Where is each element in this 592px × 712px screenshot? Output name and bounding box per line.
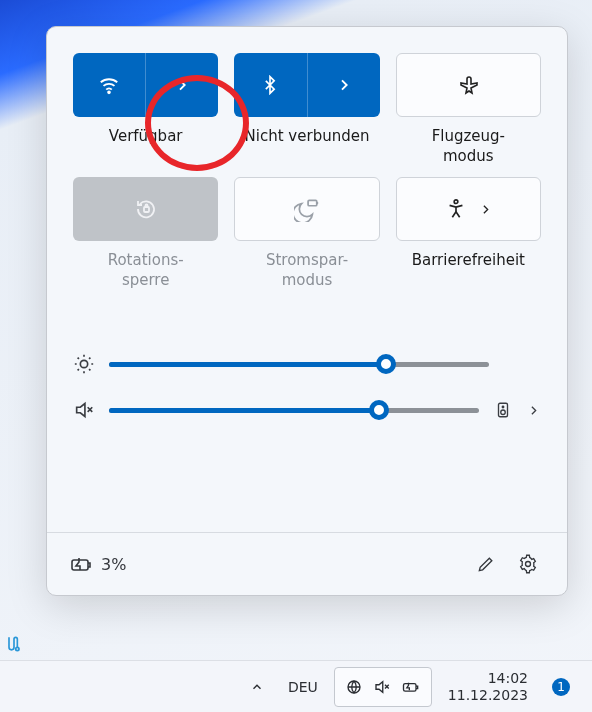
airplane-icon bbox=[456, 73, 480, 97]
rotation-lock-label: Rotations- sperre bbox=[108, 251, 184, 293]
bluetooth-expand[interactable] bbox=[308, 53, 380, 117]
wifi-icon bbox=[98, 74, 120, 96]
battery-icon[interactable] bbox=[69, 552, 93, 576]
bluetooth-cell: Nicht verbunden bbox=[234, 53, 379, 169]
svg-rect-2 bbox=[308, 200, 317, 205]
battery-percentage: 3% bbox=[101, 555, 126, 574]
battery-tray-icon bbox=[401, 677, 421, 697]
clock[interactable]: 14:02 11.12.2023 bbox=[440, 667, 536, 707]
battery-saver-label: Stromspar- modus bbox=[266, 251, 348, 293]
svg-point-0 bbox=[108, 91, 110, 93]
bluetooth-icon bbox=[260, 75, 280, 95]
rotation-lock-tile bbox=[73, 177, 218, 241]
accessibility-icon bbox=[445, 198, 467, 220]
clock-date: 11.12.2023 bbox=[448, 687, 528, 704]
bluetooth-label: Nicht verbunden bbox=[245, 127, 370, 169]
rotation-lock-cell: Rotations- sperre bbox=[73, 177, 218, 293]
svg-point-10 bbox=[16, 647, 19, 650]
brightness-row bbox=[73, 353, 541, 375]
clock-time: 14:02 bbox=[448, 670, 528, 687]
wifi-label: Verfügbar bbox=[109, 127, 183, 169]
airplane-label: Flugzeug- modus bbox=[432, 127, 505, 169]
wifi-tile[interactable] bbox=[73, 53, 218, 117]
volume-slider[interactable] bbox=[109, 400, 479, 420]
desktop-stray-icon bbox=[4, 634, 24, 654]
brightness-icon bbox=[73, 353, 95, 375]
accessibility-cell: Barrierefreiheit bbox=[396, 177, 541, 293]
bluetooth-toggle[interactable] bbox=[234, 53, 307, 117]
battery-saver-cell: Stromspar- modus bbox=[234, 177, 379, 293]
battery-saver-icon bbox=[294, 196, 320, 222]
volume-row bbox=[73, 399, 541, 421]
svg-point-3 bbox=[454, 200, 458, 204]
wifi-cell: Verfügbar bbox=[73, 53, 218, 169]
chevron-right-icon bbox=[479, 203, 492, 216]
sliders-area bbox=[47, 319, 567, 465]
volume-mute-icon bbox=[73, 399, 95, 421]
quick-settings-panel: Verfügbar Nicht verbunden bbox=[46, 26, 568, 596]
language-text: DEU bbox=[288, 679, 318, 695]
chevron-right-icon bbox=[174, 77, 190, 93]
output-device-button[interactable] bbox=[493, 401, 513, 419]
wifi-toggle[interactable] bbox=[73, 53, 146, 117]
language-indicator[interactable]: DEU bbox=[280, 667, 326, 707]
svg-point-9 bbox=[526, 562, 531, 567]
airplane-cell: Flugzeug- modus bbox=[396, 53, 541, 169]
airplane-tile[interactable] bbox=[396, 53, 541, 117]
panel-footer: 3% bbox=[47, 532, 567, 595]
rotation-lock-icon bbox=[134, 197, 158, 221]
battery-saver-tile[interactable] bbox=[234, 177, 379, 241]
system-tray[interactable] bbox=[334, 667, 432, 707]
wifi-expand[interactable] bbox=[146, 53, 218, 117]
svg-point-6 bbox=[501, 410, 506, 415]
bluetooth-tile[interactable] bbox=[234, 53, 379, 117]
taskbar: DEU 14:02 11.12.2023 1 bbox=[0, 660, 592, 712]
settings-button[interactable] bbox=[511, 547, 545, 581]
edit-button[interactable] bbox=[469, 547, 503, 581]
volume-expand[interactable] bbox=[527, 404, 541, 417]
svg-point-7 bbox=[502, 406, 504, 408]
notifications-button[interactable]: 1 bbox=[544, 667, 578, 707]
tiles-grid: Verfügbar Nicht verbunden bbox=[47, 27, 567, 319]
volume-mute-tray-icon bbox=[373, 678, 391, 696]
notification-count: 1 bbox=[552, 678, 570, 696]
svg-rect-1 bbox=[144, 207, 149, 212]
accessibility-tile[interactable] bbox=[396, 177, 541, 241]
svg-point-4 bbox=[80, 360, 87, 367]
accessibility-label: Barrierefreiheit bbox=[412, 251, 525, 293]
chevron-right-icon bbox=[336, 77, 352, 93]
network-icon bbox=[345, 678, 363, 696]
tray-overflow-button[interactable] bbox=[242, 667, 272, 707]
brightness-slider[interactable] bbox=[109, 354, 489, 374]
